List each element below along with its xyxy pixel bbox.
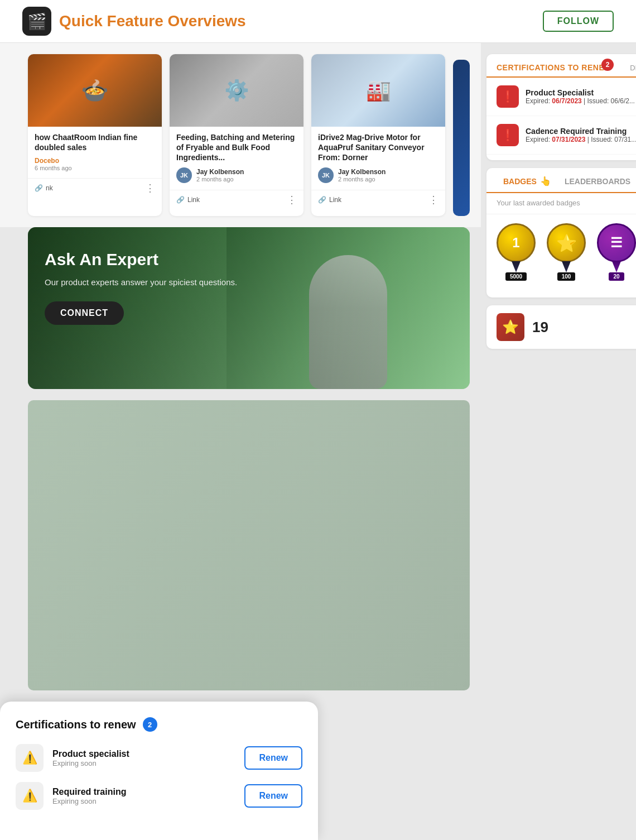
exclamation-icon-2: ❗: [501, 128, 515, 142]
expert-content: Ask An Expert Our product experts answer…: [28, 227, 254, 347]
header-left: 🎬 Quick Feature Overviews: [22, 7, 246, 36]
cert-tab[interactable]: DI: [630, 64, 636, 72]
page-title: Quick Feature Overviews: [59, 12, 246, 30]
badges-row: 1 5000 ⭐ 100 ☰: [486, 214, 636, 290]
card-machine[interactable]: ⚙️ Feeding, Batching and Metering of Fry…: [170, 54, 303, 216]
tab-badges[interactable]: BADGES 👆: [497, 168, 558, 193]
card-conveyor-link: 🔗 Link: [318, 196, 341, 204]
clapperboard-icon: 🎬: [27, 12, 47, 31]
header: 🎬 Quick Feature Overviews FOLLOW: [0, 0, 636, 43]
expert-section: Ask An Expert Our product experts answer…: [28, 227, 470, 389]
cert-alert-icon-1: ❗: [497, 85, 519, 108]
bottom-image-area: [28, 400, 470, 690]
cards-row: 🍲 how ChaatRoom Indian fine doubled sale…: [0, 43, 481, 227]
card-food-footer: 🔗 nk ⋮: [28, 178, 162, 199]
renew-button-2[interactable]: Renew: [244, 784, 302, 808]
cert-info-1: Product Specialist Expired: 06/7/2023 | …: [526, 88, 636, 105]
modal-item-icon-1: ⚠️: [16, 744, 44, 772]
cert-item-product-specialist: ❗ Product Specialist Expired: 06/7/2023 …: [486, 78, 636, 116]
small-badge-number: 19: [532, 319, 548, 336]
card-partial-blue: [453, 60, 470, 216]
badge-ribbon-gold: 5000: [505, 272, 527, 281]
badge-circle-star: ⭐: [547, 223, 586, 262]
link-label: Link: [187, 196, 200, 204]
badges-subtitle: Your last awarded badges: [486, 193, 636, 214]
warning-icon-2: ⚠️: [22, 789, 37, 803]
card-food[interactable]: 🍲 how ChaatRoom Indian fine doubled sale…: [28, 54, 162, 216]
badge-purple-wrapper: ☰ 20: [597, 223, 636, 281]
connect-button[interactable]: CONNECT: [45, 301, 124, 325]
modal-item-title-1: Product specialist: [52, 749, 235, 759]
badge-ribbon-star: 100: [557, 272, 576, 281]
modal-item-info-1: Product specialist Expiring soon: [52, 749, 235, 767]
badges-tabs: BADGES 👆 LEADERBOARDS: [486, 168, 636, 193]
card-machine-menu[interactable]: ⋮: [287, 194, 297, 206]
small-badge-icon: ⭐: [497, 313, 524, 341]
card-machine-link: 🔗 Link: [176, 196, 200, 204]
card-conveyor-body: iDrive2 Mag-Drive Motor for AquaPruf San…: [311, 127, 445, 186]
badge-circle-purple: ☰: [597, 223, 636, 262]
modal-item-required-training: ⚠️ Required training Expiring soon Renew: [16, 782, 302, 810]
cert-section-title: CERTIFICATIONS TO RENEW: [497, 63, 612, 72]
modal-item-subtitle-1: Expiring soon: [52, 759, 235, 767]
card-machine-avatar: JK: [176, 167, 192, 183]
cert-name-1: Product Specialist: [526, 88, 636, 97]
renew-button-1[interactable]: Renew: [244, 746, 302, 770]
modal-overlay: Certifications to renew 2 ⚠️ Product spe…: [0, 702, 318, 840]
expert-subtitle: Our product experts answer your spiciest…: [45, 276, 237, 288]
card-machine-footer: 🔗 Link ⋮: [170, 190, 303, 210]
cert-alert-icon-2: ❗: [497, 124, 519, 146]
card-food-link: 🔗 nk: [35, 184, 53, 192]
follow-button[interactable]: FOLLOW: [543, 11, 614, 32]
cert-header: CERTIFICATIONS TO RENEW 2 DI: [486, 54, 636, 78]
link-label: Link: [329, 196, 341, 204]
link-icon: 🔗: [35, 184, 43, 192]
warning-icon-1: ⚠️: [22, 751, 37, 765]
card-conveyor-title: iDrive2 Mag-Drive Motor for AquaPruf San…: [318, 132, 439, 163]
cert-issued-2: 07/31...: [614, 136, 636, 143]
card-food-title: how ChaatRoom Indian fine doubled sales: [35, 132, 155, 152]
header-icon: 🎬: [22, 7, 51, 36]
card-food-author-name: Docebo: [35, 157, 72, 165]
small-badge-section: ⭐ 19: [486, 305, 636, 349]
modal-header: Certifications to renew 2: [16, 717, 302, 732]
cert-expired-2: 07/31/2023: [552, 136, 585, 143]
card-conveyor-author: Jay Kolbenson: [338, 168, 386, 176]
badge-item-purple: ☰ 20: [597, 223, 636, 281]
card-food-author-row: Docebo 6 months ago: [35, 157, 155, 171]
modal-item-icon-2: ⚠️: [16, 782, 44, 810]
link-icon: 🔗: [176, 196, 185, 204]
card-machine-title: Feeding, Batching and Metering of Fryabl…: [176, 132, 297, 163]
main-content: 🍲 how ChaatRoom Indian fine doubled sale…: [0, 43, 636, 690]
link-label: nk: [46, 184, 53, 192]
card-machine-author: Jay Kolbenson: [196, 168, 244, 176]
card-food-image: 🍲: [28, 54, 162, 127]
card-conveyor-avatar: JK: [318, 167, 334, 183]
badge-star-wrapper: ⭐ 100: [547, 223, 586, 281]
card-machine-body: Feeding, Batching and Metering of Fryabl…: [170, 127, 303, 186]
card-machine-image: ⚙️: [170, 54, 303, 127]
modal-item-subtitle-2: Expiring soon: [52, 797, 235, 805]
cert-dates-2: Expired: 07/31/2023 | Issued: 07/31...: [526, 136, 636, 143]
card-food-menu[interactable]: ⋮: [145, 182, 155, 194]
card-conveyor-menu[interactable]: ⋮: [428, 194, 439, 206]
right-column: CERTIFICATIONS TO RENEW 2 DI ❗ Product S…: [481, 43, 636, 690]
card-food-body: how ChaatRoom Indian fine doubled sales …: [28, 127, 162, 175]
card-conveyor[interactable]: 🏭 iDrive2 Mag-Drive Motor for AquaPruf S…: [311, 54, 445, 216]
link-icon: 🔗: [318, 196, 326, 204]
cert-info-2: Cadence Required Training Expired: 07/31…: [526, 127, 636, 143]
tab-leaderboards[interactable]: LEADERBOARDS: [558, 169, 636, 191]
cert-item-cadence: ❗ Cadence Required Training Expired: 07/…: [486, 116, 636, 155]
cert-issued-1: 06/6/2...: [611, 97, 635, 105]
badge-gold-wrapper: 1 5000: [497, 223, 536, 281]
cert-name-2: Cadence Required Training: [526, 127, 636, 136]
modal-item-product-specialist: ⚠️ Product specialist Expiring soon Rene…: [16, 744, 302, 772]
expert-title: Ask An Expert: [45, 249, 237, 270]
certifications-section: CERTIFICATIONS TO RENEW 2 DI ❗ Product S…: [486, 54, 636, 160]
modal-badge-count: 2: [143, 717, 157, 732]
card-food-time: 6 months ago: [35, 165, 72, 171]
modal-title: Certifications to renew: [16, 718, 136, 731]
badges-section: BADGES 👆 LEADERBOARDS Your last awarded …: [486, 168, 636, 297]
left-column: 🍲 how ChaatRoom Indian fine doubled sale…: [0, 43, 481, 690]
card-conveyor-footer: 🔗 Link ⋮: [311, 190, 445, 210]
